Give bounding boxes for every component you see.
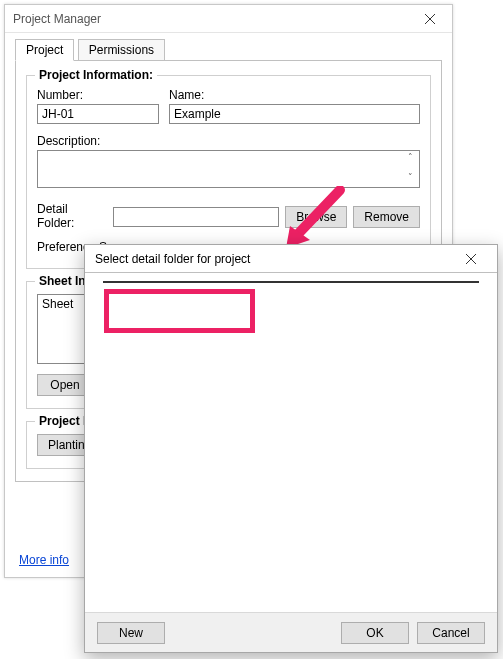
tab-project[interactable]: Project: [15, 39, 74, 61]
number-field[interactable]: [37, 104, 159, 124]
description-field[interactable]: ˄ ˅: [37, 150, 420, 188]
titlebar: Project Manager: [5, 5, 452, 33]
close-icon[interactable]: [414, 9, 446, 29]
number-label: Number:: [37, 88, 159, 102]
more-info-link[interactable]: More info: [19, 553, 69, 567]
tab-permissions[interactable]: Permissions: [78, 39, 165, 61]
name-field[interactable]: [169, 104, 420, 124]
detail-folder-field[interactable]: [113, 207, 279, 227]
name-label: Name:: [169, 88, 420, 102]
new-button[interactable]: New: [97, 622, 165, 644]
dialog-titlebar: Select detail folder for project: [85, 245, 497, 273]
annotation-highlight: [104, 289, 255, 333]
cancel-button[interactable]: Cancel: [417, 622, 485, 644]
description-spinner[interactable]: ˄ ˅: [403, 153, 417, 181]
chevron-down-icon[interactable]: ˅: [403, 173, 417, 181]
browse-button[interactable]: Browse: [285, 206, 347, 228]
tabstrip: Project Permissions: [15, 39, 442, 61]
dialog-button-bar: New OK Cancel: [85, 612, 497, 652]
description-label: Description:: [37, 134, 100, 148]
chevron-up-icon[interactable]: ˄: [403, 153, 417, 161]
legend-project-information: Project Information:: [35, 68, 157, 82]
remove-button[interactable]: Remove: [353, 206, 420, 228]
detail-folder-label: Detail Folder:: [37, 202, 107, 230]
group-project-information: Project Information: Number: Name: Descr…: [26, 75, 431, 269]
ok-button[interactable]: OK: [341, 622, 409, 644]
list-item[interactable]: Sheet: [42, 297, 73, 311]
close-icon[interactable]: [449, 246, 493, 272]
window-title: Project Manager: [13, 12, 414, 26]
dialog-title: Select detail folder for project: [95, 252, 449, 266]
